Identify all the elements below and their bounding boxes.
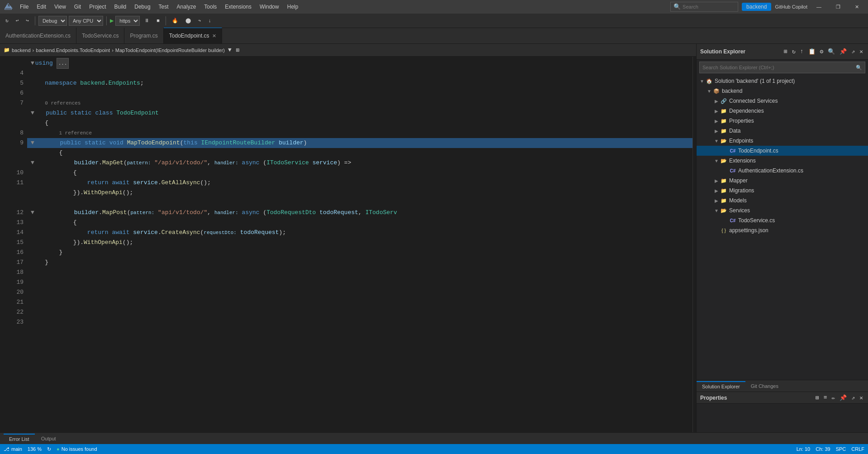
tab-solution-explorer[interactable]: Solution Explorer xyxy=(697,381,745,391)
props-close-icon[interactable]: ✕ xyxy=(858,393,864,402)
menu-file[interactable]: File xyxy=(16,3,32,11)
class-collapse-icon[interactable]: ▼ xyxy=(31,108,34,118)
status-health[interactable]: ● No issues found xyxy=(57,446,97,452)
method-collapse-icon[interactable]: ▼ xyxy=(31,138,34,148)
tree-expand-props[interactable]: ▶ xyxy=(713,119,720,124)
tree-migrations[interactable]: ▶ 📁 Migrations xyxy=(697,186,868,196)
sol-pin-icon[interactable]: 📌 xyxy=(838,47,848,56)
global-search[interactable]: 🔍 xyxy=(670,2,738,12)
toolbar-step-over[interactable]: ↷ xyxy=(195,17,204,24)
tab-close-todoendpoint[interactable]: ✕ xyxy=(212,33,216,39)
status-refresh-icon[interactable]: ↻ xyxy=(47,446,51,452)
tab-todoservice[interactable]: TodoService.cs xyxy=(76,28,124,43)
tree-expand-models[interactable]: ▶ xyxy=(713,198,720,203)
tab-authenticationextension[interactable]: AuthenticationExtension.cs xyxy=(0,28,76,43)
props-float-icon[interactable]: ⇗ xyxy=(850,393,856,402)
sol-close-icon[interactable]: ✕ xyxy=(858,47,864,56)
sol-icon-4[interactable]: 📋 xyxy=(807,47,817,56)
sol-icon-3[interactable]: ↑ xyxy=(799,47,805,56)
tree-mapper[interactable]: ▶ 📁 Mapper xyxy=(697,176,868,186)
status-zoom[interactable]: 136 % xyxy=(28,446,42,452)
breadcrumb-namespace[interactable]: backend.Endpoints.TodoEndpoint xyxy=(36,48,110,53)
tab-git-changes[interactable]: Git Changes xyxy=(745,382,784,391)
tree-extensions[interactable]: ▼ 📂 Extensions xyxy=(697,156,868,166)
tree-models[interactable]: ▶ 📁 Models xyxy=(697,196,868,205)
tree-services[interactable]: ▼ 📂 Services xyxy=(697,205,868,215)
tree-todoendpoint-cs[interactable]: C# TodoEndpoint.cs xyxy=(697,146,868,156)
toolbar-refresh[interactable]: ↻ xyxy=(3,17,11,24)
tree-expand-migrations[interactable]: ▶ xyxy=(713,188,720,193)
breadcrumb-project[interactable]: backend xyxy=(12,48,31,53)
toolbar-hot-reload[interactable]: 🔥 xyxy=(169,17,181,24)
props-pin-icon[interactable]: 📌 xyxy=(838,393,848,402)
mappost-collapse-icon[interactable]: ▼ xyxy=(31,208,34,218)
tree-expand-services[interactable]: ▼ xyxy=(713,208,720,213)
menu-project[interactable]: Project xyxy=(85,3,109,11)
tree-solution[interactable]: ▼ 🏠 Solution 'backend' (1 of 1 project) xyxy=(697,76,868,86)
tree-authext-cs[interactable]: C# AuthenticationExtension.cs xyxy=(697,166,868,176)
sol-icon-1[interactable]: ⊞ xyxy=(783,47,789,56)
debug-config-select[interactable]: Debug xyxy=(38,16,67,26)
menu-test[interactable]: Test xyxy=(155,3,172,11)
sol-icon-settings[interactable]: ⚙ xyxy=(819,47,825,56)
menu-edit[interactable]: Edit xyxy=(33,3,50,11)
tab-program[interactable]: Program.cs xyxy=(124,28,163,43)
tree-expand-endpoints[interactable]: ▼ xyxy=(713,139,720,143)
sol-float-icon[interactable]: ⇗ xyxy=(850,47,856,56)
status-git-icon[interactable]: ⎇ main xyxy=(4,446,22,452)
tree-expand-connected[interactable]: ▶ xyxy=(713,99,720,104)
menu-extensions[interactable]: Extensions xyxy=(221,3,255,11)
solution-search-box[interactable]: 🔍 xyxy=(699,62,865,73)
sol-icon-search[interactable]: 🔍 xyxy=(826,47,836,56)
tree-data[interactable]: ▶ 📁 Data xyxy=(697,126,868,136)
tree-dependencies[interactable]: ▶ 📁 Dependencies xyxy=(697,106,868,116)
menu-analyze[interactable]: Analyze xyxy=(173,3,200,11)
breadcrumb-collapse-icon[interactable]: ▼ xyxy=(227,46,233,55)
tree-connected-services[interactable]: ▶ 🔗 Connected Services xyxy=(697,96,868,106)
props-pencil-icon[interactable]: ✏ xyxy=(830,393,837,402)
menu-help[interactable]: Help xyxy=(284,3,302,11)
menu-git[interactable]: Git xyxy=(71,3,85,11)
menu-tools[interactable]: Tools xyxy=(200,3,220,11)
using-dots[interactable]: ... xyxy=(57,58,69,69)
toolbar-pause[interactable]: ⏸ xyxy=(142,17,152,24)
toolbar-redo[interactable]: ↪ xyxy=(23,17,32,24)
tree-expand-mapper[interactable]: ▶ xyxy=(713,178,720,183)
mapget-collapse-icon[interactable]: ▼ xyxy=(31,158,34,168)
platform-select[interactable]: Any CPU xyxy=(69,16,103,26)
tree-expand-extensions[interactable]: ▼ xyxy=(713,158,720,163)
menu-view[interactable]: View xyxy=(51,3,70,11)
toolbar-stop[interactable]: ■ xyxy=(154,17,162,24)
menu-build[interactable]: Build xyxy=(111,3,130,11)
restore-button[interactable]: ❐ xyxy=(830,2,846,12)
tree-project-backend[interactable]: ▼ 📦 backend xyxy=(697,86,868,96)
tree-appsettings[interactable]: { } appsettings.json xyxy=(697,225,868,235)
collapse-icon[interactable]: ▼ xyxy=(31,58,34,68)
minimize-button[interactable]: — xyxy=(811,2,827,11)
toolbar-step-into[interactable]: ↓ xyxy=(206,17,214,24)
props-list-icon[interactable]: ≡ xyxy=(822,393,829,402)
search-input[interactable] xyxy=(683,4,719,10)
breadcrumb-method[interactable]: MapTodoEndpoint(IEndpointRouteBuilder bu… xyxy=(115,48,225,53)
tree-todoservice-cs[interactable]: C# TodoService.cs xyxy=(697,215,868,225)
code-content[interactable]: ▼ using ... namespace backend.Endpoints;… xyxy=(27,57,693,432)
start-button[interactable]: ▶ xyxy=(110,17,114,24)
tree-endpoints[interactable]: ▼ 📂 Endpoints xyxy=(697,136,868,146)
code-editor[interactable]: 4 5 6 7 8 9 10 11 12 13 14 15 16 17 xyxy=(0,57,696,432)
breadcrumb-expand-icon[interactable]: ⊞ xyxy=(235,46,241,55)
menu-debug[interactable]: Debug xyxy=(131,3,154,11)
start-url-select[interactable]: https xyxy=(115,16,140,26)
tree-properties[interactable]: ▶ 📁 Properties xyxy=(697,116,868,126)
tab-todoendpoint[interactable]: TodoEndpoint.cs ✕ xyxy=(164,28,222,43)
tree-expand-backend[interactable]: ▼ xyxy=(706,89,713,94)
tab-error-list[interactable]: Error List xyxy=(4,434,35,444)
tree-expand-solution[interactable]: ▼ xyxy=(698,79,706,84)
toolbar-undo[interactable]: ↩ xyxy=(13,17,22,24)
tab-output[interactable]: Output xyxy=(36,434,62,443)
menu-window[interactable]: Window xyxy=(256,3,283,11)
solution-search-input[interactable] xyxy=(702,65,856,70)
sol-icon-2[interactable]: ↻ xyxy=(791,47,797,56)
tree-expand-deps[interactable]: ▶ xyxy=(713,109,720,114)
toolbar-breakpoint[interactable]: ⬤ xyxy=(183,17,194,24)
close-button[interactable]: ✕ xyxy=(849,2,864,12)
